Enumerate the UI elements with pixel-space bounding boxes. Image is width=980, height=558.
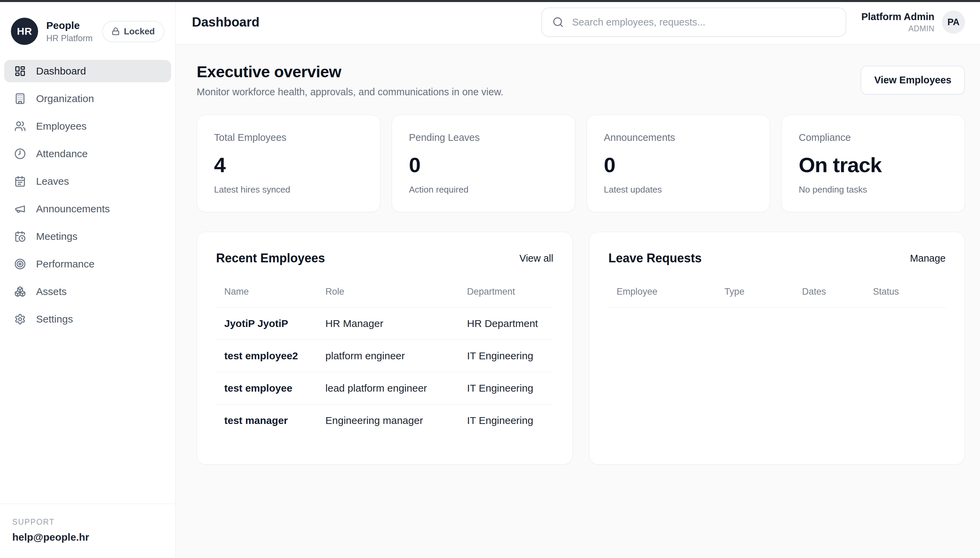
stat-card-total-employees: Total Employees 4 Latest hires synced: [197, 115, 381, 212]
support-label: SUPPORT: [12, 517, 163, 527]
sidebar-item-announcements[interactable]: Announcements: [4, 198, 171, 220]
stat-value: 0: [409, 153, 558, 177]
page-title: Dashboard: [192, 15, 259, 30]
table-row: test manager Engineering manager IT Engi…: [216, 405, 553, 437]
sidebar-item-leaves[interactable]: Leaves: [4, 170, 171, 192]
brand: HR People HR Platform Locked: [0, 0, 175, 45]
section-subtitle: Monitor workforce health, approvals, and…: [197, 87, 503, 98]
stat-card-announcements: Announcements 0 Latest updates: [587, 115, 770, 212]
sidebar-item-label: Settings: [36, 313, 73, 325]
table-row: test employee lead platform engineer IT …: [216, 372, 553, 405]
stat-label: Total Employees: [214, 132, 363, 143]
stat-caption: Latest hires synced: [214, 184, 363, 195]
stat-value: 4: [214, 153, 363, 177]
support-email: help@people.hr: [12, 532, 163, 543]
sidebar-item-label: Employees: [36, 120, 87, 132]
sidebar: HR People HR Platform Locked Dashboard: [0, 0, 176, 558]
panels-grid: Recent Employees View all Name Role Depa…: [197, 232, 965, 465]
stat-label: Pending Leaves: [409, 132, 558, 143]
stat-card-pending-leaves: Pending Leaves 0 Action required: [392, 115, 575, 212]
sidebar-item-performance[interactable]: Performance: [4, 253, 171, 275]
employee-role: HR Manager: [317, 308, 459, 340]
top-bar: Dashboard Platform Admin ADMIN PA: [176, 0, 980, 44]
sidebar-item-settings[interactable]: Settings: [4, 308, 171, 330]
stat-card-compliance: Compliance On track No pending tasks: [781, 115, 965, 212]
column-header-name: Name: [216, 287, 317, 308]
employee-role: Engineering manager: [317, 405, 459, 437]
user-block: Platform Admin ADMIN: [861, 11, 934, 33]
recent-employees-panel: Recent Employees View all Name Role Depa…: [197, 232, 573, 465]
locked-badge-label: Locked: [124, 26, 155, 37]
target-icon: [14, 258, 26, 270]
leave-requests-table: Employee Type Dates Status: [608, 287, 946, 308]
search-box[interactable]: [542, 8, 846, 37]
employee-department: IT Engineering: [459, 340, 553, 372]
column-header-role: Role: [317, 287, 459, 308]
employee-department: HR Department: [459, 308, 553, 340]
recent-employees-table: Name Role Department JyotiP JyotiP HR Ma…: [216, 287, 553, 437]
stat-label: Announcements: [604, 132, 753, 143]
overview-header: Executive overview Monitor workforce hea…: [197, 62, 965, 98]
sidebar-item-organization[interactable]: Organization: [4, 87, 171, 110]
locked-badge: Locked: [102, 21, 164, 42]
column-header-employee: Employee: [608, 287, 716, 308]
clock-icon: [14, 148, 26, 159]
section-title: Executive overview: [197, 62, 503, 81]
main-area: Dashboard Platform Admin ADMIN PA Execut…: [176, 0, 980, 558]
sidebar-item-assets[interactable]: Assets: [4, 281, 171, 303]
sidebar-item-label: Organization: [36, 93, 94, 105]
sidebar-item-label: Performance: [36, 258, 95, 270]
employee-role: platform engineer: [317, 340, 459, 372]
stat-label: Compliance: [799, 132, 948, 143]
user-role: ADMIN: [861, 24, 934, 33]
table-row: test employee2 platform engineer IT Engi…: [216, 340, 553, 372]
window-top-strip: [0, 0, 980, 2]
calendar-icon: [14, 176, 26, 187]
dashboard-icon: [14, 65, 26, 77]
column-header-dates: Dates: [794, 287, 865, 308]
sidebar-item-meetings[interactable]: Meetings: [4, 225, 171, 248]
column-header-type: Type: [716, 287, 794, 308]
sidebar-item-label: Assets: [36, 286, 67, 297]
employee-department: IT Engineering: [459, 372, 553, 405]
sidebar-item-attendance[interactable]: Attendance: [4, 143, 171, 165]
content: Executive overview Monitor workforce hea…: [176, 44, 980, 558]
gear-icon: [14, 313, 26, 325]
view-employees-button[interactable]: View Employees: [860, 66, 965, 95]
manage-link[interactable]: Manage: [910, 253, 946, 264]
calendar-clock-icon: [14, 231, 26, 242]
stat-caption: Latest updates: [604, 184, 753, 195]
employee-department: IT Engineering: [459, 405, 553, 437]
search-icon: [552, 16, 564, 28]
avatar[interactable]: PA: [942, 11, 965, 34]
app-name: People: [46, 20, 92, 31]
megaphone-icon: [14, 203, 26, 215]
app-subtitle: HR Platform: [46, 33, 92, 43]
stats-grid: Total Employees 4 Latest hires synced Pe…: [197, 115, 965, 212]
recent-employees-title: Recent Employees: [216, 251, 325, 265]
sidebar-item-label: Dashboard: [36, 65, 86, 77]
table-row: JyotiP JyotiP HR Manager HR Department: [216, 308, 553, 340]
support-section: SUPPORT help@people.hr: [0, 504, 175, 558]
sidebar-item-employees[interactable]: Employees: [4, 115, 171, 138]
sidebar-item-label: Announcements: [36, 203, 110, 215]
search-input[interactable]: [572, 17, 836, 28]
employee-role: lead platform engineer: [317, 372, 459, 405]
stat-value: 0: [604, 153, 753, 177]
stat-caption: Action required: [409, 184, 558, 195]
employee-name: test manager: [216, 405, 317, 437]
leave-requests-title: Leave Requests: [608, 251, 702, 265]
leave-requests-panel: Leave Requests Manage Employee Type Date…: [589, 232, 965, 465]
sidebar-item-label: Leaves: [36, 176, 69, 187]
column-header-status: Status: [865, 287, 946, 308]
employee-name: test employee2: [216, 340, 317, 372]
view-all-link[interactable]: View all: [520, 253, 553, 264]
sidebar-item-dashboard[interactable]: Dashboard: [4, 60, 171, 82]
stat-value: On track: [799, 153, 948, 177]
app-logo: HR: [11, 18, 38, 45]
building-icon: [14, 93, 26, 105]
sidebar-item-label: Attendance: [36, 148, 88, 159]
users-icon: [14, 120, 26, 132]
employee-name: JyotiP JyotiP: [216, 308, 317, 340]
lock-icon: [112, 27, 120, 35]
